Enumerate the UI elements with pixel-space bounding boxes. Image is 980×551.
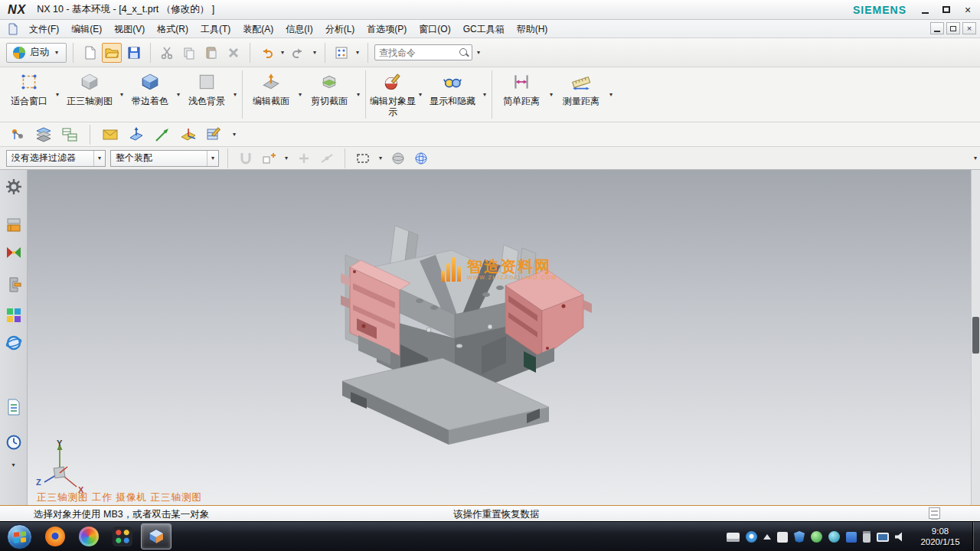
minimize-button[interactable] (917, 2, 933, 17)
shaded-sphere-button[interactable] (389, 149, 407, 168)
show-desktop-button[interactable] (972, 522, 980, 551)
input-method-icon[interactable] (727, 533, 740, 542)
light-background-dropdown[interactable]: ▾ (231, 92, 239, 98)
datum-axis-button[interactable] (152, 125, 172, 145)
delete-button[interactable] (224, 43, 243, 63)
start-menu-button[interactable]: 启动 ▾ (6, 43, 67, 63)
datum-csys-button[interactable] (178, 125, 198, 145)
redo-dropdown[interactable]: ▾ (311, 50, 318, 56)
close-button[interactable]: × (960, 2, 975, 17)
snap-point-dropdown[interactable]: ▾ (283, 155, 290, 161)
sync-status-icon[interactable] (828, 531, 840, 543)
open-button[interactable] (102, 43, 122, 63)
edit-object-display-dropdown[interactable]: ▾ (416, 92, 424, 98)
taskbar-nx-button[interactable] (141, 523, 172, 549)
search-icon[interactable] (459, 47, 469, 58)
hd3d-tools-button[interactable] (3, 305, 24, 326)
wave-link-button[interactable] (100, 125, 120, 145)
edit-section-dropdown[interactable]: ▾ (296, 92, 304, 98)
constraint-navigator-button[interactable] (3, 242, 24, 263)
light-background-button[interactable]: 浅色背景 (182, 67, 231, 122)
select-all-button[interactable] (237, 149, 255, 168)
rectangle-select-dropdown[interactable]: ▾ (377, 155, 384, 161)
redo-button[interactable] (289, 43, 309, 63)
search-input[interactable] (375, 47, 459, 58)
menu-preferences[interactable]: 首选项(P) (361, 20, 413, 38)
wireframe-sphere-button[interactable] (412, 149, 430, 168)
measure-distance-dropdown[interactable]: ▾ (607, 92, 615, 98)
layer-settings-button[interactable] (34, 125, 54, 145)
edit-object-display-button[interactable]: 编辑对象显示 (369, 67, 416, 122)
show-hide-button[interactable]: 显示和隐藏 (424, 67, 481, 122)
touch-mode-button[interactable] (332, 43, 351, 63)
menu-gc-toolbox[interactable]: GC工具箱 (457, 20, 511, 38)
new-button[interactable] (80, 43, 100, 63)
maximize-button[interactable] (939, 2, 954, 17)
menu-window[interactable]: 窗口(O) (413, 20, 456, 38)
part-navigator-button[interactable] (3, 214, 24, 236)
help-tray-icon[interactable] (746, 531, 757, 543)
web-browser-button[interactable] (3, 332, 24, 354)
fit-window-button[interactable]: 适合窗口 (5, 67, 54, 122)
tray-expand-icon[interactable] (763, 530, 771, 540)
mdi-minimize-button[interactable] (930, 22, 944, 34)
roles-button[interactable] (3, 176, 24, 197)
green-status-icon[interactable] (811, 531, 822, 543)
snap-mid-button[interactable] (318, 149, 336, 168)
undo-dropdown[interactable]: ▾ (279, 50, 286, 56)
selection-filter-combo[interactable]: 没有选择过滤器 ▾ (6, 150, 106, 167)
simple-distance-button[interactable]: 简单距离 (495, 67, 547, 122)
start-orb[interactable] (7, 524, 32, 549)
snap-plus-button[interactable] (295, 149, 313, 168)
mdi-restore-button[interactable] (946, 22, 960, 34)
assembly-navigator-button[interactable] (3, 274, 24, 295)
menu-file[interactable]: 文件(F) (23, 20, 65, 38)
shaded-edges-button[interactable]: 带边着色 (126, 67, 175, 122)
viewport-scrollbar[interactable] (971, 170, 980, 505)
tray-app-icon[interactable] (777, 532, 788, 543)
isometric-view-dropdown[interactable]: ▾ (118, 92, 126, 98)
menu-format[interactable]: 格式(R) (151, 20, 194, 38)
cut-button[interactable] (157, 43, 177, 63)
taskbar-clock[interactable]: 9:08 2020/1/15 (913, 526, 968, 547)
taskbar-launcher-button[interactable] (107, 523, 138, 549)
chevron-down-icon[interactable]: ▾ (207, 151, 218, 166)
simple-distance-dropdown[interactable]: ▾ (547, 92, 555, 98)
copy-button[interactable] (179, 43, 199, 63)
taskbar-firefox-button[interactable] (40, 523, 70, 549)
history-button[interactable] (3, 432, 24, 453)
isometric-view-button[interactable]: 正三轴测图 (61, 67, 118, 122)
menu-view[interactable]: 视图(V) (108, 20, 151, 38)
scrollbar-thumb[interactable] (972, 317, 979, 354)
layer-visible-button[interactable] (60, 125, 80, 145)
menu-analysis[interactable]: 分析(L) (319, 20, 361, 38)
edit-section-button[interactable]: 编辑截面 (246, 67, 296, 122)
rectangle-select-button[interactable] (354, 149, 372, 168)
menu-assemblies[interactable]: 装配(A) (237, 20, 279, 38)
touch-mode-dropdown[interactable]: ▾ (354, 50, 361, 56)
menu-tools[interactable]: 工具(T) (194, 20, 237, 38)
undo-button[interactable] (256, 43, 276, 63)
view-section-palette-button[interactable] (204, 125, 224, 145)
menu-information[interactable]: 信息(I) (279, 20, 318, 38)
measure-distance-button[interactable]: 测量距离 (555, 67, 607, 122)
paste-button[interactable] (201, 43, 221, 63)
fit-window-dropdown[interactable]: ▾ (54, 92, 61, 98)
datum-plane-button[interactable] (126, 125, 146, 145)
clip-section-button[interactable]: 剪切截面 (304, 67, 354, 122)
menu-help[interactable]: 帮助(H) (511, 20, 554, 38)
start-dropdown[interactable]: ▾ (53, 50, 60, 56)
menu-edit[interactable]: 编辑(E) (65, 20, 108, 38)
mdi-close-button[interactable]: × (962, 22, 976, 34)
show-hide-dropdown[interactable]: ▾ (481, 92, 488, 98)
save-button[interactable] (124, 43, 144, 63)
clip-section-dropdown[interactable]: ▾ (354, 92, 362, 98)
display-icon[interactable] (877, 533, 889, 542)
toolbar-overflow-dropdown[interactable]: ▾ (974, 155, 977, 161)
selection-scope-combo[interactable]: 整个装配 ▾ (110, 150, 219, 167)
sidebar-expand-button[interactable]: ▾ (3, 455, 24, 476)
graphics-viewport[interactable]: 智造资料网 WWW.ZHIZAOZILIAO.COM Y X Z 正三轴测图 工… (28, 170, 980, 505)
chevron-down-icon[interactable]: ▾ (93, 151, 105, 166)
volume-icon[interactable] (895, 532, 906, 543)
blue-app-tray-icon[interactable] (846, 532, 857, 543)
